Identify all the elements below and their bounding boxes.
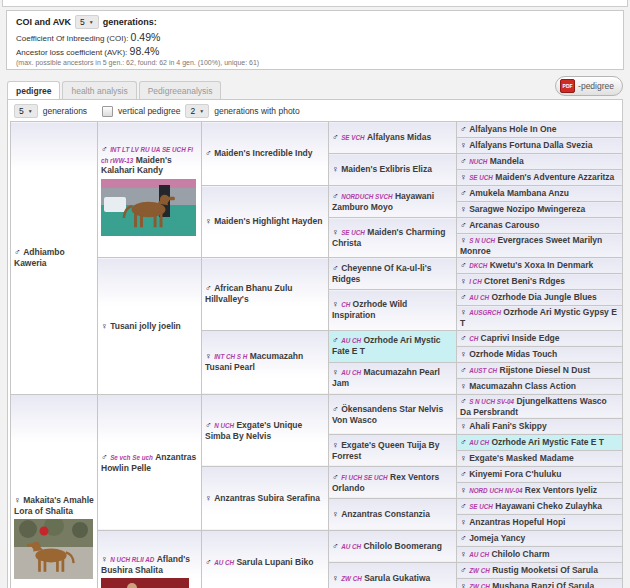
dog-name-link[interactable]: Kwetu's Xoxa In Denmark	[490, 260, 594, 270]
female-icon: ♀	[460, 276, 467, 286]
dog-name-link[interactable]: Jomeja Yancy	[469, 533, 525, 543]
male-icon: ♂	[460, 124, 467, 134]
dog-name-link[interactable]: Cheyenne Of Ka-ul-li's Ridges	[332, 263, 431, 284]
pedigree-cell: ♂ Se vch Se uch Anzantras Howlin Pelle	[98, 394, 202, 530]
coi-value: 0.49%	[131, 31, 161, 43]
pedigree-cell: ♂ AU CH Ozrhode Ari Mystic Fate E T	[329, 330, 457, 362]
dog-name-link[interactable]: Ozrhode Ari Mystic Fate E T	[491, 437, 604, 447]
dog-name-link[interactable]: Exgate's Masked Madame	[469, 453, 574, 463]
dog-name-link[interactable]: Rustig Mooketsi Of Sarula	[492, 565, 598, 575]
female-icon: ♀	[460, 485, 467, 495]
pedigree-cell: ♂ AU CH Sarula Lupani Biko	[202, 530, 329, 588]
pedigree-cell: ♀ Ozrhode Midas Touch	[457, 346, 623, 362]
dog-name-link[interactable]: Amukela Mambana Anzu	[469, 188, 569, 198]
dog-name-link[interactable]: Anzantras Subira Serafina	[214, 493, 320, 503]
generations-select-value: 5	[19, 106, 24, 116]
pedigree-cell: ♂ African Bhanu Zulu Hillvalley's	[202, 258, 329, 330]
male-icon: ♂	[460, 469, 467, 479]
pedigree-cell: ♂ Kinyemi Fora C'huluku	[457, 466, 623, 482]
pedigree-cell: ♂ Adhiambo Kaweria	[11, 122, 98, 395]
dog-name-link[interactable]: Kinyemi Fora C'huluku	[469, 469, 561, 479]
tab-health-analysis[interactable]: health analysis	[62, 81, 136, 99]
male-icon: ♂	[205, 557, 212, 567]
female-icon: ♀	[101, 321, 108, 331]
female-icon: ♀	[332, 227, 339, 237]
dog-name-link[interactable]: Rijstone Diesel N Dust	[500, 365, 591, 375]
dog-name-link[interactable]: Saragwe Nozipo Mwingereza	[469, 204, 585, 214]
dog-titles: ZW CH	[341, 575, 362, 582]
dog-name-link[interactable]: Arcanas Carouso	[469, 220, 539, 230]
pedigree-cell: ♂ N UCH Exgate's Unique Simba By Nelvis	[202, 394, 329, 466]
male-icon: ♂	[332, 191, 339, 201]
dog-name-link[interactable]: Mandela	[490, 156, 524, 166]
dog-name-link[interactable]: Anzantras Hopeful Hopi	[469, 517, 565, 527]
pedigree-cell: ♂ S N UCH SV-04 Djungelkattens Wasco Da …	[457, 394, 623, 418]
dog-name-link[interactable]: Anzantras Constanzia	[341, 509, 430, 519]
dog-name-link[interactable]: Tusani jolly joelin	[110, 321, 181, 331]
pedigree-cell: ♀ Maiden's Highlight Hayden	[202, 186, 329, 258]
dog-name-link[interactable]: Makaita's Amahle Lora of Shalita	[14, 495, 94, 516]
tab-pedigree[interactable]: pedigree	[7, 81, 60, 99]
male-icon: ♂	[460, 365, 467, 375]
dog-titles: SE UCH	[469, 174, 493, 181]
generations-select[interactable]: 5 ▼	[14, 104, 38, 118]
tab-pedigreeanalysis[interactable]: Pedigreeanalysis	[139, 81, 222, 99]
pedigree-cell: ♀ ZW CH Sarula Gukatiwa	[329, 562, 457, 588]
pedigree-cell: ♀ Ahali Fani's Skippy	[457, 418, 623, 434]
dog-name-link[interactable]: Maiden's Incredible Indy	[214, 148, 312, 158]
pedigree-cell: ♂ Ökensandens Star Nelvis Von Wasco	[329, 394, 457, 434]
dog-titles: SE VCH	[341, 134, 364, 141]
dog-name-link[interactable]: Adhiambo Kaweria	[14, 247, 65, 268]
coi-note: (max. possible ancestors in 5 gen.: 62, …	[16, 59, 614, 66]
coi-generations-select[interactable]: 5 ▼	[75, 15, 99, 29]
pedigree-cell: ♀ Saragwe Nozipo Mwingereza	[457, 202, 623, 218]
dog-name-link[interactable]: Ozrhode Dia Jungle Blues	[491, 292, 596, 302]
dog-name-link[interactable]: Rex Ventors Iyeliz	[525, 485, 597, 495]
dog-titles: INT CH S H	[214, 353, 247, 360]
pedigree-tab-content: 5 ▼ generations vertical pedigree 2 ▼ ge…	[7, 99, 623, 588]
dog-name-link[interactable]: African Bhanu Zulu Hillvalley's	[205, 283, 293, 304]
dog-name-link[interactable]: Ökensandens Star Nelvis Von Wasco	[332, 404, 443, 425]
dog-name-link[interactable]: Maiden's Exlibris Eliza	[341, 164, 432, 174]
vertical-pedigree-label: vertical pedigree	[118, 106, 180, 116]
coi-title-prefix: COI and AVK	[16, 17, 71, 27]
dog-titles: CH	[341, 301, 350, 308]
dog-name-link[interactable]: Sarula Gukatiwa	[364, 573, 430, 583]
dog-name-link[interactable]: Ahali Fani's Skippy	[469, 421, 547, 431]
male-icon: ♂	[460, 396, 467, 406]
female-icon: ♀	[460, 549, 467, 559]
dog-name-link[interactable]: Alfalyans Hole In One	[469, 124, 556, 134]
male-icon: ♂	[332, 541, 339, 551]
dog-name-link[interactable]: Macumazahn Class Action	[469, 381, 576, 391]
dog-name-link[interactable]: Ozrhode Midas Touch	[469, 349, 557, 359]
male-icon: ♂	[460, 292, 467, 302]
pedigree-cell: ♀ AU CH Macumazahn Pearl Jam	[329, 362, 457, 394]
dog-titles: AU CH	[469, 439, 489, 446]
female-icon: ♀	[332, 299, 339, 309]
dog-name-link[interactable]: Sarula Lupani Biko	[236, 557, 313, 567]
pedigree-cell: ♂ CH Caprivi Inside Edge	[457, 330, 623, 346]
dog-name-link[interactable]: Caprivi Inside Edge	[481, 333, 560, 343]
dog-name-link[interactable]: Chilolo Charm	[491, 549, 549, 559]
photo-generations-select[interactable]: 2 ▼	[185, 104, 209, 118]
dog-photo[interactable]	[14, 519, 94, 579]
pedigree-cell: ♀ AUSGRCH Ozrhode Ari Mystic Gypsy E T	[457, 306, 623, 330]
dog-name-link[interactable]: Ctoret Beni's Rdges	[484, 276, 565, 286]
dog-name-link[interactable]: Maiden's Highlight Hayden	[214, 216, 322, 226]
tab-bar: pedigree health analysis Pedigreeanalysi…	[7, 77, 623, 99]
dog-name-link[interactable]: Exgate's Queen Tuija By Forrest	[332, 440, 439, 461]
vertical-pedigree-checkbox[interactable]	[102, 106, 113, 117]
dog-name-link[interactable]: Mushana Ranzi Of Sarula	[492, 581, 594, 588]
dog-name-link[interactable]: Alfalyans Fortuna Dalla Svezia	[469, 140, 592, 150]
pedigree-cell: ♀ S N UCH Evergraces Sweet Marilyn Monro…	[457, 234, 623, 258]
dog-name-link[interactable]: Maiden's Adventure Azzaritza	[495, 172, 614, 182]
dog-name-link[interactable]: Chilolo Boomerang	[363, 541, 441, 551]
dog-name-link[interactable]: Hayawani Cheko Zulayhka	[495, 501, 602, 511]
dog-name-link[interactable]: Alfalyans Midas	[367, 132, 431, 142]
female-icon: ♀	[205, 216, 212, 226]
dog-titles: NORD UCH NV-04	[469, 487, 522, 494]
dog-photo[interactable]	[101, 578, 198, 588]
pdf-pedigree-button[interactable]: PDF -pedigree	[555, 76, 623, 96]
dog-photo[interactable]	[101, 179, 198, 236]
generations-label: generations	[43, 106, 87, 116]
